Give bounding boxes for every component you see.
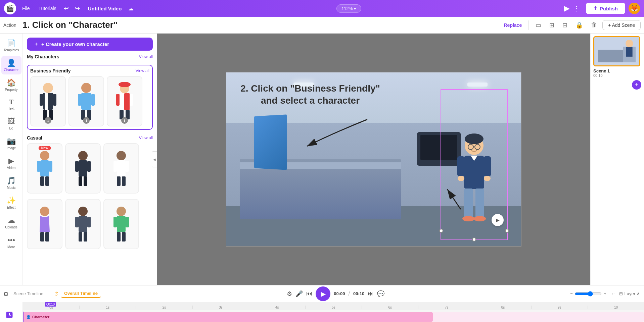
zoom-control[interactable]: 112% ▾	[336, 4, 361, 13]
casual-view-all[interactable]: View all	[139, 136, 153, 140]
business-char-grid: ℹ ℹ	[30, 76, 149, 126]
character-icon: 👤	[7, 59, 16, 67]
redo-button[interactable]: ↪	[74, 5, 81, 12]
sidebar-item-property[interactable]: 🏠 Property	[1, 76, 21, 94]
publish-button[interactable]: ⬆ Publish	[586, 3, 625, 14]
replace-button[interactable]: Replace	[501, 21, 525, 29]
collapse-panel-button[interactable]: ◀	[152, 151, 157, 167]
total-time: 00:10	[353, 291, 364, 296]
zoom-slider[interactable]	[575, 291, 602, 297]
track-content-area: 0s 1s 2s 3s 4s 5s 6s 7s 8s 9s 10 00:10 👤…	[23, 302, 644, 322]
cloud-save-icon: ☁	[128, 5, 134, 12]
my-characters-title: My Characters	[27, 54, 59, 59]
music-icon: 🎵	[7, 176, 16, 185]
settings-icon-tl[interactable]: ⚙	[287, 290, 292, 298]
sidebar-label-text: Text	[8, 107, 14, 110]
svg-point-42	[78, 207, 88, 216]
casual-char-2[interactable]	[65, 143, 101, 194]
svg-rect-23	[37, 161, 40, 172]
top-bar: 🎬 File Tutorials ↩ ↪ Untitled Video ☁ 11…	[0, 0, 644, 17]
scene-timeline-tab[interactable]: Scene Timeline	[10, 290, 47, 298]
svg-rect-51	[126, 217, 129, 227]
ruler-7s: 7s	[418, 306, 474, 309]
casual-figure-3	[109, 148, 133, 189]
user-avatar[interactable]: 🦊	[629, 3, 640, 14]
svg-rect-25	[40, 176, 44, 186]
caption-button[interactable]: 💬	[377, 290, 384, 298]
skip-back-button[interactable]: ⏮	[306, 290, 312, 297]
delete-button[interactable]: 🗑	[588, 20, 600, 30]
char-track-bar[interactable]: 👤 Character	[23, 312, 433, 322]
share-button[interactable]: ⋮	[573, 4, 580, 12]
ruler-1s: 1s	[79, 306, 136, 309]
sidebar-item-bg[interactable]: 🖼 Bg	[1, 114, 21, 133]
casual-section: Casual View all New	[27, 135, 153, 194]
add-scene-button[interactable]: + Add Scene	[602, 20, 641, 30]
svg-rect-35	[113, 161, 117, 172]
sidebar-item-video[interactable]: ▶ Video	[1, 154, 21, 172]
sidebar-item-templates[interactable]: 📄 Templates	[1, 36, 21, 55]
casual-figure-2	[71, 148, 95, 189]
svg-rect-32	[84, 176, 87, 186]
undo-button[interactable]: ↩	[62, 5, 70, 12]
zoom-fit-icon[interactable]: ↔	[611, 291, 615, 296]
left-sidebar: 📄 Templates 👤 Character 🏠 Property T Tex…	[0, 34, 23, 285]
casual-char-1[interactable]: New	[27, 143, 62, 194]
sidebar-item-image[interactable]: 📷 Image	[1, 134, 21, 153]
sidebar-item-effect[interactable]: ✨ Effect	[1, 194, 21, 212]
lock-button[interactable]: 🔒	[573, 20, 586, 30]
casual-char-4[interactable]	[27, 199, 62, 249]
zoom-in-icon[interactable]: +	[604, 291, 606, 296]
overall-timeline-tab[interactable]: Overall Timeline	[61, 289, 101, 298]
current-time: 00:00	[334, 291, 345, 296]
add-scene-circle-button[interactable]: +	[632, 80, 641, 90]
sidebar-item-text[interactable]: T Text	[1, 96, 21, 113]
char-card-2[interactable]: ℹ	[68, 76, 104, 126]
layer-toggle[interactable]: ⊞ Layer ∧	[619, 291, 640, 296]
business-view-all[interactable]: View all	[136, 68, 149, 73]
svg-point-67	[462, 216, 474, 221]
svg-rect-30	[87, 161, 91, 172]
casual-char-6[interactable]	[103, 199, 139, 249]
char-card-1[interactable]: ℹ	[30, 76, 66, 126]
skip-forward-button[interactable]: ⏭	[368, 290, 374, 297]
svg-rect-31	[79, 176, 82, 186]
svg-point-48	[117, 207, 126, 216]
ruler-8s: 8s	[475, 306, 531, 309]
casual-char-3[interactable]	[103, 143, 139, 194]
business-header: Business Friendly View all	[30, 68, 149, 73]
char-info-1[interactable]: ℹ	[45, 117, 51, 124]
create-own-character-button[interactable]: ＋ + Create your own character	[27, 38, 153, 51]
char-info-2[interactable]: ℹ	[83, 117, 90, 124]
scene-1-thumbnail[interactable]	[593, 36, 640, 66]
sidebar-item-uploads[interactable]: ☁ Uploads	[1, 213, 21, 232]
play-pause-button[interactable]: ▶	[316, 286, 330, 301]
char-info-3[interactable]: ℹ	[121, 117, 128, 124]
sidebar-item-character[interactable]: 👤 Character	[1, 56, 21, 74]
preview-play-button[interactable]: ▶	[564, 4, 570, 13]
casual-char-5[interactable]	[65, 199, 101, 249]
publish-icon: ⬆	[593, 5, 598, 11]
mic-button[interactable]: 🎤	[295, 290, 303, 298]
svg-point-27	[78, 151, 88, 160]
sidebar-item-more[interactable]: ••• More	[1, 233, 21, 252]
casual-figure-5	[71, 204, 95, 244]
svg-rect-41	[45, 232, 49, 241]
char-track-icon: 👤	[26, 315, 31, 319]
sidebar-label-music: Music	[7, 186, 15, 190]
grid-button[interactable]: ⊞	[547, 20, 557, 30]
char-card-3[interactable]: ℹ	[107, 76, 142, 126]
menu-tutorials[interactable]: Tutorials	[36, 6, 59, 11]
my-characters-view-all[interactable]: View all	[139, 54, 153, 59]
casual-header: Casual View all	[27, 135, 153, 141]
zoom-out-icon[interactable]: −	[570, 291, 573, 296]
sidebar-label-templates: Templates	[4, 48, 19, 52]
canvas-wrapper[interactable]: 2. Click on "Business Friendly" and sele…	[157, 34, 590, 285]
sidebar-item-music[interactable]: 🎵 Music	[1, 174, 21, 192]
frame-button[interactable]: ▭	[533, 20, 544, 30]
menu-file[interactable]: File	[19, 6, 33, 11]
layout-button[interactable]: ⊟	[560, 20, 570, 30]
svg-point-0	[43, 83, 53, 93]
scene-1-time: 00:10	[593, 73, 610, 77]
timeline-controls-bar: ⊟ Scene Timeline ⏱ Overall Timeline ⚙ 🎤 …	[0, 285, 644, 302]
